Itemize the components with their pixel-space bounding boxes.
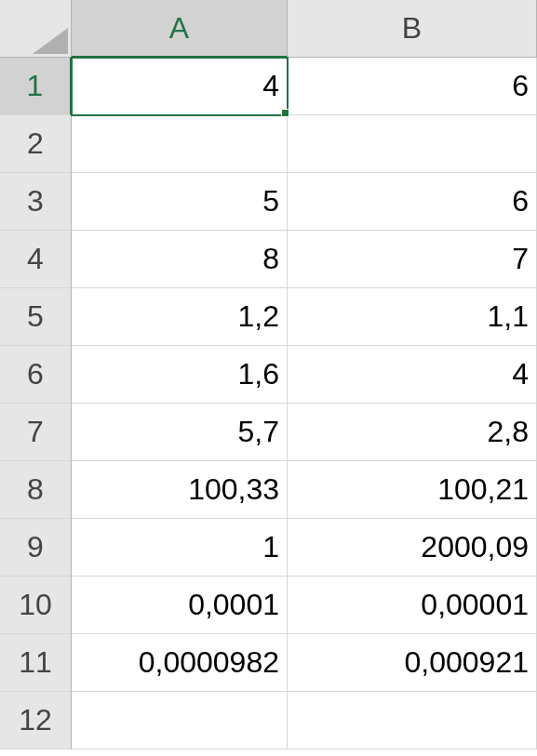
cell-B6[interactable]: 4 xyxy=(288,346,537,404)
row-header-8[interactable]: 8 xyxy=(0,461,72,519)
cell-A5[interactable]: 1,2 xyxy=(72,288,288,346)
cell-B7[interactable]: 2,8 xyxy=(288,404,537,461)
cell-A2[interactable] xyxy=(72,115,288,173)
cell-A4[interactable]: 8 xyxy=(72,231,288,288)
cell-A3[interactable]: 5 xyxy=(72,173,288,231)
cell-B12[interactable] xyxy=(288,692,537,749)
select-all-triangle-icon xyxy=(33,28,68,54)
cell-B4[interactable]: 7 xyxy=(288,231,537,288)
cell-A6[interactable]: 1,6 xyxy=(72,346,288,404)
row-header-1[interactable]: 1 xyxy=(0,58,72,115)
cell-A7[interactable]: 5,7 xyxy=(72,404,288,461)
row-header-7[interactable]: 7 xyxy=(0,404,72,461)
row-header-2[interactable]: 2 xyxy=(0,115,72,173)
cell-A8[interactable]: 100,33 xyxy=(72,461,288,519)
row-header-4[interactable]: 4 xyxy=(0,231,72,288)
cell-A11[interactable]: 0,0000982 xyxy=(72,634,288,692)
cell-B1[interactable]: 6 xyxy=(288,58,537,115)
row-header-10[interactable]: 10 xyxy=(0,577,72,634)
row-header-6[interactable]: 6 xyxy=(0,346,72,404)
cell-A1[interactable]: 4 xyxy=(72,58,288,115)
row-header-11[interactable]: 11 xyxy=(0,634,72,692)
cell-B3[interactable]: 6 xyxy=(288,173,537,231)
row-header-3[interactable]: 3 xyxy=(0,173,72,231)
row-header-5[interactable]: 5 xyxy=(0,288,72,346)
cell-B10[interactable]: 0,00001 xyxy=(288,577,537,634)
cell-B2[interactable] xyxy=(288,115,537,173)
cell-A9[interactable]: 1 xyxy=(72,519,288,577)
select-all-corner[interactable] xyxy=(0,0,72,58)
cell-B11[interactable]: 0,000921 xyxy=(288,634,537,692)
col-header-A[interactable]: A xyxy=(72,0,288,58)
cell-A12[interactable] xyxy=(72,692,288,749)
cell-B5[interactable]: 1,1 xyxy=(288,288,537,346)
row-header-12[interactable]: 12 xyxy=(0,692,72,749)
cell-B9[interactable]: 2000,09 xyxy=(288,519,537,577)
spreadsheet-grid: AB146235648751,21,161,6475,72,88100,3310… xyxy=(0,0,537,749)
col-header-B[interactable]: B xyxy=(288,0,537,58)
cell-B8[interactable]: 100,21 xyxy=(288,461,537,519)
row-header-9[interactable]: 9 xyxy=(0,519,72,577)
cell-A10[interactable]: 0,0001 xyxy=(72,577,288,634)
